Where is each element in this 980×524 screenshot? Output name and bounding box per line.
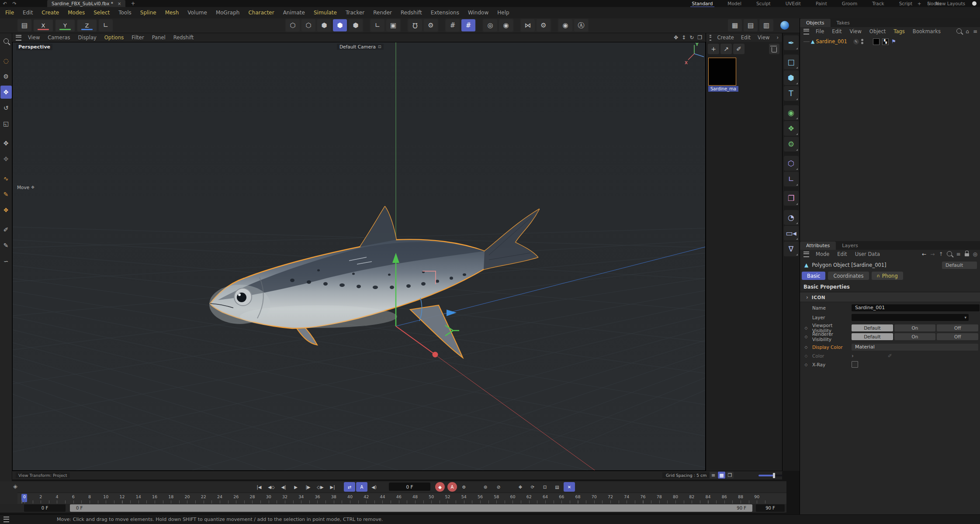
- viewport-menu-cameras[interactable]: Cameras: [44, 34, 74, 41]
- keyframe-diamond-icon[interactable]: ◇: [800, 334, 812, 339]
- section-tab-basic[interactable]: Basic: [802, 272, 825, 280]
- scale-tool-icon[interactable]: ◱: [0, 117, 12, 130]
- render-view-icon[interactable]: ▦: [728, 19, 742, 31]
- snap-magnet-icon[interactable]: Ω: [408, 19, 422, 31]
- menu-edit[interactable]: Edit: [18, 10, 37, 16]
- viewport-canvas[interactable]: Y Z X: [13, 42, 706, 471]
- cube-primitive-icon[interactable]: ⬢: [784, 70, 799, 85]
- icon-group-header[interactable]: › ICON: [800, 293, 980, 302]
- viewport-menu-icon[interactable]: [16, 35, 21, 41]
- enable-axis-icon[interactable]: ∟: [371, 19, 384, 31]
- goto-start-icon[interactable]: |◀: [253, 482, 265, 492]
- menu-spline[interactable]: Spline: [136, 10, 161, 16]
- mouse-record-icon[interactable]: ⊜: [480, 482, 491, 492]
- points-mode-icon[interactable]: ⬡: [286, 19, 300, 31]
- layout-tab-script[interactable]: Script: [898, 0, 913, 7]
- spline-pen-icon[interactable]: ✒: [784, 35, 799, 50]
- redshift-render-icon[interactable]: [780, 21, 789, 30]
- material-menu-edit[interactable]: Edit: [738, 34, 754, 41]
- snap-settings-icon[interactable]: ⚙: [424, 19, 438, 31]
- grid-icon[interactable]: #: [446, 19, 460, 31]
- pick-material-icon[interactable]: ✐: [733, 44, 745, 54]
- edit-toggle-icon[interactable]: ✎: [853, 39, 859, 45]
- attributes-menu-icon[interactable]: [803, 252, 809, 257]
- goto-end-icon[interactable]: ▶|: [327, 482, 338, 492]
- deformer-icon[interactable]: ⬡: [784, 156, 799, 171]
- redo-icon[interactable]: ↷: [10, 1, 19, 7]
- object-menu-tags[interactable]: Tags: [890, 28, 908, 34]
- renderer-visibility-default-button[interactable]: Default: [852, 333, 893, 340]
- prev-frame-icon[interactable]: ◀|: [278, 482, 289, 492]
- preview-range-bar[interactable]: 0 F 90 F: [70, 504, 752, 512]
- back-icon[interactable]: ←: [922, 251, 926, 257]
- axis-lock-z-button[interactable]: Z: [77, 20, 97, 31]
- model-mode-icon[interactable]: ⬢: [333, 19, 347, 31]
- search-icon[interactable]: [947, 251, 952, 258]
- undo-icon[interactable]: ↶: [0, 1, 10, 7]
- filter-icon[interactable]: ≡: [973, 28, 977, 34]
- chevron-down-icon[interactable]: ▾: [964, 315, 966, 320]
- menu-tools[interactable]: Tools: [114, 10, 136, 16]
- menu-select[interactable]: Select: [89, 10, 114, 16]
- view-label[interactable]: Perspective: [16, 44, 52, 50]
- object-name[interactable]: Sardine_001: [816, 38, 847, 45]
- range-start-field[interactable]: 0 F: [24, 504, 66, 512]
- viewport-visibility-default-button[interactable]: Default: [852, 324, 893, 331]
- manager-tab-objects[interactable]: Objects: [800, 19, 831, 27]
- manager-tab-attributes[interactable]: Attributes: [800, 241, 836, 250]
- new-layouts-button[interactable]: New Layouts: [935, 0, 966, 7]
- name-field[interactable]: Sardine_001: [852, 304, 980, 311]
- rectangle-spline-icon[interactable]: □: [784, 55, 799, 69]
- key-filter-icon[interactable]: ✕: [564, 482, 575, 492]
- transform-tool-icon[interactable]: ✥: [0, 137, 12, 150]
- loop-icon[interactable]: ⇄: [344, 482, 355, 492]
- menu-modes[interactable]: Modes: [63, 10, 89, 16]
- section-tab-coordinates[interactable]: Coordinates: [828, 272, 869, 280]
- viewport-visibility-on-button[interactable]: On: [894, 324, 936, 331]
- play-icon[interactable]: ▶: [290, 482, 301, 492]
- material-menu-view[interactable]: View: [754, 34, 773, 41]
- delete-material-button[interactable]: [769, 44, 779, 54]
- object-menu-view[interactable]: View: [846, 28, 866, 34]
- add-material-icon[interactable]: +: [708, 44, 719, 54]
- layout-tab-model[interactable]: Model: [727, 0, 742, 7]
- viewport-visibility-off-button[interactable]: Off: [937, 324, 978, 331]
- zoom-view-icon[interactable]: ↕: [682, 34, 686, 41]
- sound-icon[interactable]: ◀): [368, 482, 380, 492]
- volume-icon[interactable]: ❐: [784, 191, 799, 206]
- workplane-icon[interactable]: ◎: [483, 19, 497, 31]
- renderer-visibility-off-button[interactable]: Off: [937, 333, 978, 340]
- menu-character[interactable]: Character: [244, 10, 278, 16]
- visibility-dots[interactable]: [861, 39, 863, 44]
- grid-view-icon[interactable]: ▦: [718, 472, 725, 479]
- edge-mode-icon[interactable]: ⬡: [301, 19, 315, 31]
- material-name[interactable]: Sardine_ma: [708, 86, 738, 92]
- menu-mograph[interactable]: MoGraph: [211, 10, 244, 16]
- sardine-model[interactable]: [209, 207, 539, 358]
- prev-key-icon[interactable]: ◀◇: [266, 482, 277, 492]
- manager-tab-layers[interactable]: Layers: [836, 241, 864, 250]
- symmetry-settings-icon[interactable]: ⚙: [537, 19, 551, 31]
- attributes-menu-mode[interactable]: Mode: [812, 251, 833, 257]
- record-key-icon[interactable]: ◆: [435, 482, 445, 492]
- axis-lock-y-button[interactable]: Y: [55, 20, 75, 31]
- polygon-mode-icon[interactable]: ⬢: [317, 19, 331, 31]
- menu-extensions[interactable]: Extensions: [426, 10, 464, 16]
- new-tab-icon[interactable]: +: [131, 0, 135, 7]
- pla-key-icon[interactable]: ▤: [551, 482, 563, 492]
- lock-icon[interactable]: [965, 251, 969, 258]
- material-menu--[interactable]: ›: [773, 34, 782, 41]
- forward-icon[interactable]: →: [930, 251, 935, 257]
- filter-icon[interactable]: ≡: [956, 251, 960, 257]
- position-key-icon[interactable]: ✥: [515, 482, 526, 492]
- material-thumbnail[interactable]: [708, 58, 736, 86]
- viewport-solo-icon[interactable]: ◉: [558, 19, 572, 31]
- environment-icon[interactable]: ◔: [784, 210, 799, 225]
- zoom-tool-icon[interactable]: [0, 34, 12, 48]
- polygon-pen-icon[interactable]: ✎: [0, 188, 12, 201]
- timeline-ruler[interactable]: 0246810121416182022242628303234363840424…: [17, 493, 786, 504]
- attributes-menu-user-data[interactable]: User Data: [851, 251, 884, 257]
- field-icon[interactable]: ∟: [784, 172, 799, 186]
- menu-file[interactable]: File: [1, 10, 18, 16]
- layout-tab-standard[interactable]: Standard: [691, 0, 714, 7]
